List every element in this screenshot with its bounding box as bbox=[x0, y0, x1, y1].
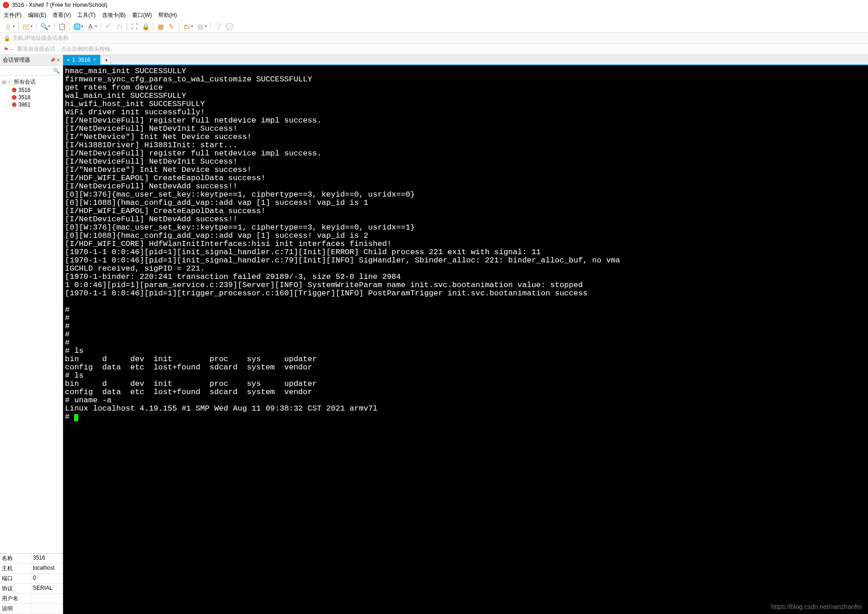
menu-tools[interactable]: 工具(T) bbox=[77, 11, 95, 19]
folder-icon: 🗀 bbox=[7, 79, 13, 85]
globe-icon[interactable]: 🌐 bbox=[72, 22, 81, 31]
prop-value: 0 bbox=[31, 574, 63, 583]
menu-edit[interactable]: 编辑(E) bbox=[28, 11, 46, 19]
prop-key: 用户名 bbox=[0, 594, 31, 603]
layout-icon[interactable]: ▤ bbox=[196, 22, 205, 31]
prop-key: 名称 bbox=[0, 554, 31, 563]
session-tree: ⊟ 🗀 所有会话 3516 3518 3861 bbox=[0, 76, 63, 553]
session-icon bbox=[12, 88, 16, 92]
prop-row-port: 端口0 bbox=[0, 574, 63, 584]
tree-root[interactable]: ⊟ 🗀 所有会话 bbox=[2, 78, 61, 86]
sidebar-header: 会话管理器 📌 ✕ bbox=[0, 55, 63, 66]
prop-value: localhost bbox=[31, 564, 63, 573]
addressbar: 🔒 主机,IP地址或会话名称 bbox=[0, 33, 868, 44]
prop-row-name: 名称3516 bbox=[0, 554, 63, 564]
font-icon[interactable]: A̱ bbox=[86, 22, 95, 31]
sidebar-close-icon[interactable]: ✕ bbox=[56, 58, 60, 63]
menu-view[interactable]: 查看(V) bbox=[53, 11, 71, 19]
sidebar: 会话管理器 📌 ✕ 🔍 ⊟ 🗀 所有会话 3516 3518 bbox=[0, 55, 63, 614]
undo-icon[interactable]: ↶ bbox=[104, 22, 113, 31]
sidebar-search[interactable]: 🔍 bbox=[0, 66, 63, 76]
tree-item-3518[interactable]: 3518 bbox=[2, 94, 61, 101]
main-area: 会话管理器 📌 ✕ 🔍 ⊟ 🗀 所有会话 3516 3518 bbox=[0, 55, 868, 614]
menu-help[interactable]: 帮助(H) bbox=[158, 11, 177, 19]
sidebar-pin-icon[interactable]: 📌 bbox=[50, 58, 55, 63]
toolbar: ▯▾ ▯▯▾ 🔍▾ 📋 🌐▾ A̱▾ ↶ 🗀 ⛶ 🔒 ▦ ✎ 🗀▾ ▤▾ ❔ 💬 bbox=[0, 20, 868, 33]
sidebar-title: 会话管理器 bbox=[3, 56, 30, 64]
tab-close-icon[interactable]: ✕ bbox=[93, 57, 96, 62]
flag-icon[interactable]: ⚑→ bbox=[4, 46, 14, 53]
tree-item-label: 3518 bbox=[18, 94, 31, 101]
fullscreen-icon[interactable]: ⛶ bbox=[130, 22, 139, 31]
tree-item-3861[interactable]: 3861 bbox=[2, 101, 61, 108]
tabs-bar: ● 1 3516 ✕ + bbox=[63, 55, 868, 65]
copy-session-icon[interactable]: ▯▯ bbox=[21, 22, 31, 31]
prop-value bbox=[31, 604, 63, 614]
tab-add-button[interactable]: + bbox=[102, 56, 111, 64]
toolbar-icon-2[interactable]: 🗀 bbox=[182, 22, 191, 31]
menu-window[interactable]: 窗口(W) bbox=[132, 11, 152, 19]
prop-key: 说明 bbox=[0, 604, 31, 614]
toolbar-icon-1[interactable]: ▦ bbox=[156, 22, 165, 31]
window-titlebar: 3516 - Xshell 7 (Free for Home/School) bbox=[0, 0, 868, 10]
hint-bar: ⚑→ 要添加当前会话，点击左侧的箭头按钮。 bbox=[0, 44, 868, 55]
prop-value bbox=[31, 594, 63, 603]
prop-value: 3516 bbox=[31, 554, 63, 563]
tree-root-label: 所有会话 bbox=[14, 78, 36, 86]
folder-icon[interactable]: 🗀 bbox=[115, 22, 124, 31]
tree-item-3516[interactable]: 3516 bbox=[2, 86, 61, 94]
tab-label: 3516 bbox=[78, 57, 91, 63]
tab-index: 1 bbox=[72, 57, 75, 63]
menu-tabs[interactable]: 选项卡(B) bbox=[102, 11, 126, 19]
help-icon[interactable]: ❔ bbox=[214, 22, 223, 31]
window-title: 3516 - Xshell 7 (Free for Home/School) bbox=[12, 2, 107, 8]
app-icon bbox=[3, 2, 9, 8]
menu-file[interactable]: 文件(F) bbox=[4, 11, 21, 19]
search-icon[interactable]: 🔍 bbox=[39, 22, 48, 31]
address-input[interactable]: 主机,IP地址或会话名称 bbox=[12, 34, 864, 42]
terminal-cursor bbox=[74, 414, 78, 421]
prop-key: 端口 bbox=[0, 574, 31, 583]
sidebar-search-icon: 🔍 bbox=[53, 68, 60, 74]
new-session-icon[interactable]: ▯ bbox=[4, 22, 13, 31]
tab-status-icon: ● bbox=[67, 57, 70, 62]
session-icon bbox=[12, 102, 16, 107]
prop-row-username: 用户名 bbox=[0, 594, 63, 604]
collapse-icon[interactable]: ⊟ bbox=[2, 79, 6, 85]
lock-icon[interactable]: 🔒 bbox=[141, 22, 150, 31]
prop-key: 主机 bbox=[0, 564, 31, 573]
chat-icon[interactable]: 💬 bbox=[225, 22, 234, 31]
address-lock-icon: 🔒 bbox=[4, 35, 11, 42]
tree-item-label: 3861 bbox=[18, 101, 31, 108]
session-icon bbox=[12, 95, 16, 100]
terminal-output[interactable]: hmac_main_init SUCCESSULLY firmware_sync… bbox=[63, 65, 868, 614]
tree-item-label: 3516 bbox=[18, 87, 31, 93]
hint-text: 要添加当前会话，点击左侧的箭头按钮。 bbox=[17, 45, 116, 53]
terminal-text: hmac_main_init SUCCESSULLY firmware_sync… bbox=[65, 67, 620, 421]
prop-row-protocol: 协议SERIAL bbox=[0, 584, 63, 594]
prop-row-host: 主机localhost bbox=[0, 564, 63, 574]
watermark: https://blog.csdn.net/nanzhanfei bbox=[771, 603, 862, 610]
prop-value: SERIAL bbox=[31, 584, 63, 593]
prop-row-desc: 说明 bbox=[0, 604, 63, 614]
prop-key: 协议 bbox=[0, 584, 31, 593]
menubar: 文件(F) 编辑(E) 查看(V) 工具(T) 选项卡(B) 窗口(W) 帮助(… bbox=[0, 10, 868, 20]
content-area: ● 1 3516 ✕ + hmac_main_init SUCCESSULLY … bbox=[63, 55, 868, 614]
session-properties: 名称3516 主机localhost 端口0 协议SERIAL 用户名 说明 bbox=[0, 553, 63, 614]
highlighter-icon[interactable]: ✎ bbox=[167, 22, 176, 31]
clipboard-icon[interactable]: 📋 bbox=[57, 22, 66, 31]
tab-3516[interactable]: ● 1 3516 ✕ bbox=[63, 55, 101, 64]
